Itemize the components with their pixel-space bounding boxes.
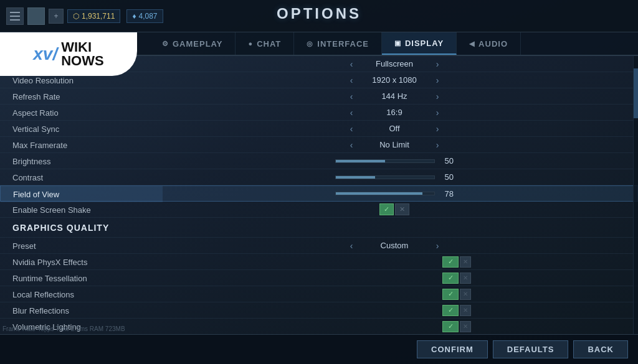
- wiki-label: WIKI: [61, 40, 103, 54]
- tessellation-toggle[interactable]: ✓ ✕: [442, 273, 471, 284]
- aspect-ratio-prev[interactable]: ‹: [346, 107, 357, 118]
- physx-check[interactable]: ✓: [442, 256, 459, 268]
- wiki-xv-icon: xv/: [33, 44, 57, 64]
- interface-icon: ◎: [307, 40, 313, 48]
- refresh-rate-prev[interactable]: ‹: [346, 91, 357, 102]
- fov-slider-track[interactable]: [335, 192, 435, 195]
- screen-shake-control: ✓ ✕: [162, 202, 627, 217]
- aspect-ratio-next[interactable]: ›: [432, 107, 443, 118]
- blur-reflections-x[interactable]: ✕: [460, 305, 471, 316]
- preset-next[interactable]: ›: [432, 240, 443, 251]
- confirm-button[interactable]: CONFIRM: [417, 340, 488, 358]
- screen-shake-label: Enable Screen Shake: [0, 202, 162, 218]
- bottom-bar: CONFIRM DEFAULTS BACK: [0, 334, 638, 364]
- aspect-ratio-value: 16:9: [357, 108, 432, 117]
- video-resolution-prev[interactable]: ‹: [346, 75, 357, 86]
- volumetric-lighting-check[interactable]: ✓: [442, 321, 459, 332]
- brightness-slider-track[interactable]: [335, 159, 435, 163]
- physx-label: Nvidia PhysX Effects: [0, 254, 162, 270]
- tab-gameplay[interactable]: ⚙ GAMEPLAY: [150, 32, 236, 55]
- brightness-slider-fill: [336, 160, 385, 162]
- local-reflections-label: Local Reflections: [0, 286, 162, 302]
- blur-reflections-toggle[interactable]: ✓ ✕: [442, 305, 471, 316]
- aspect-ratio-control: ‹ 16:9 ›: [162, 105, 627, 120]
- contrast-slider-fill: [336, 176, 375, 179]
- max-framerate-control: ‹ No Limit ›: [162, 137, 627, 152]
- contrast-value: 50: [435, 172, 454, 182]
- max-framerate-next[interactable]: ›: [432, 139, 443, 151]
- scrollbar-thumb[interactable]: [634, 68, 638, 118]
- status-bar: Frame Rate 48|fps Time 2.1ms RAM 723MB: [0, 324, 128, 334]
- vertical-sync-control: ‹ Off ›: [162, 121, 627, 136]
- local-reflections-toggle[interactable]: ✓ ✕: [442, 289, 471, 300]
- fov-label: Field of View: [1, 186, 163, 202]
- scrollbar[interactable]: [633, 56, 638, 334]
- vertical-sync-row: Vertical Sync ‹ Off ›: [0, 121, 638, 137]
- blur-reflections-row: Blur Reflections ✓ ✕: [0, 302, 638, 319]
- physx-control: ✓ ✕: [162, 254, 627, 269]
- physx-toggle[interactable]: ✓ ✕: [442, 256, 471, 268]
- gameplay-icon: ⚙: [162, 40, 169, 48]
- contrast-label: Contrast: [0, 169, 162, 185]
- volumetric-lighting-x[interactable]: ✕: [460, 321, 471, 332]
- tessellation-check[interactable]: ✓: [442, 273, 459, 284]
- brightness-label: Brightness: [0, 153, 162, 169]
- volumetric-lighting-control: ✓ ✕: [162, 319, 627, 334]
- contrast-slider-track[interactable]: [335, 175, 435, 179]
- fov-slider-fill: [336, 192, 422, 195]
- contrast-control: 50: [162, 169, 627, 185]
- video-resolution-control: ‹ 1920 x 1080 ›: [162, 72, 627, 88]
- nows-label: NOWS: [61, 54, 103, 68]
- aspect-ratio-row: Aspect Ratio ‹ 16:9 ›: [0, 105, 638, 121]
- display-mode-prev[interactable]: ‹: [346, 58, 357, 70]
- screen-shake-on[interactable]: ✓: [379, 203, 394, 215]
- max-framerate-prev[interactable]: ‹: [346, 139, 357, 151]
- display-mode-control: ‹ Fullscreen ›: [162, 56, 627, 72]
- fov-control: 78: [163, 186, 626, 201]
- blur-reflections-control: ✓ ✕: [162, 302, 627, 318]
- graphics-quality-title: GRAPHICS QUALITY: [12, 223, 109, 233]
- brightness-control: 50: [162, 153, 627, 169]
- screen-shake-off[interactable]: ✕: [395, 203, 409, 215]
- fov-row: Field of View 78: [0, 185, 638, 202]
- tessellation-x[interactable]: ✕: [460, 273, 471, 284]
- volumetric-lighting-toggle[interactable]: ✓ ✕: [442, 321, 471, 332]
- local-reflections-row: Local Reflections ✓ ✕: [0, 286, 638, 302]
- preset-prev[interactable]: ‹: [346, 240, 357, 251]
- wiki-logo: xv/ WIKI NOWS: [0, 32, 137, 76]
- refresh-rate-value: 144 Hz: [357, 91, 432, 101]
- back-button[interactable]: BACK: [573, 340, 628, 358]
- defaults-button[interactable]: DEFAULTS: [493, 340, 569, 358]
- fov-value: 78: [435, 189, 454, 198]
- refresh-rate-label: Refresh Rate: [0, 88, 162, 105]
- tab-chat[interactable]: ● CHAT: [236, 32, 294, 55]
- physx-x[interactable]: ✕: [460, 256, 471, 268]
- vertical-sync-prev[interactable]: ‹: [346, 123, 357, 134]
- content-area[interactable]: Display Mode ‹ Fullscreen › Video Resolu…: [0, 56, 638, 334]
- tab-interface[interactable]: ◎ INTERFACE: [294, 32, 382, 55]
- refresh-rate-row: Refresh Rate ‹ 144 Hz ›: [0, 88, 638, 105]
- display-mode-value: Fullscreen: [357, 59, 432, 68]
- tessellation-row: Runtime Tessellation ✓ ✕: [0, 270, 638, 286]
- max-framerate-value: No Limit: [357, 140, 432, 149]
- graphics-quality-header: GRAPHICS QUALITY: [0, 218, 638, 238]
- display-mode-next[interactable]: ›: [432, 58, 443, 70]
- video-resolution-next[interactable]: ›: [432, 75, 443, 86]
- vertical-sync-next[interactable]: ›: [432, 123, 443, 134]
- tessellation-label: Runtime Tessellation: [0, 270, 162, 286]
- tab-display[interactable]: ▣ DISPLAY: [382, 32, 457, 55]
- refresh-rate-next[interactable]: ›: [432, 91, 443, 102]
- local-reflections-x[interactable]: ✕: [460, 289, 471, 300]
- max-framerate-row: Max Framerate ‹ No Limit ›: [0, 137, 638, 153]
- tab-audio[interactable]: ◀ AUDIO: [457, 32, 521, 55]
- video-resolution-value: 1920 x 1080: [357, 75, 432, 85]
- preset-control: ‹ Custom ›: [162, 238, 627, 253]
- physx-row: Nvidia PhysX Effects ✓ ✕: [0, 254, 638, 270]
- brightness-row: Brightness 50: [0, 153, 638, 169]
- local-reflections-check[interactable]: ✓: [442, 289, 459, 300]
- preset-value: Custom: [357, 241, 432, 250]
- tessellation-control: ✓ ✕: [162, 270, 627, 286]
- screen-shake-toggle[interactable]: ✓ ✕: [379, 203, 409, 215]
- vertical-sync-value: Off: [357, 124, 432, 133]
- blur-reflections-check[interactable]: ✓: [442, 305, 459, 316]
